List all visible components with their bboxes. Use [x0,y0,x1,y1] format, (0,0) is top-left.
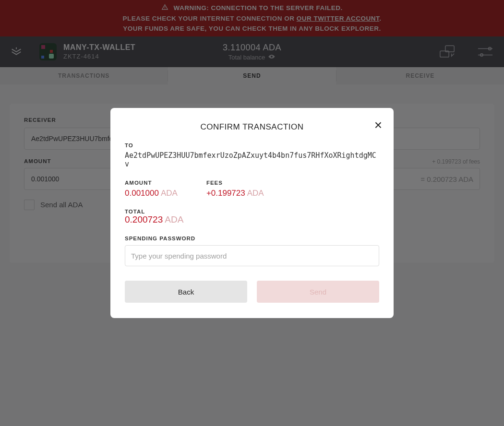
to-address: Ae2tdPwUPEZ3HUU7bmfexrUzoZpAZxuyt4b4bn7f… [125,151,379,168]
modal-amount-label: AMOUNT [125,180,178,186]
modal-total-label: TOTAL [125,209,379,214]
spending-password-input[interactable] [125,245,379,266]
modal-amount-value: 0.001000 [125,189,159,198]
close-icon[interactable]: × [374,118,382,132]
spending-password-label: SPENDING PASSWORD [125,236,379,241]
modal-fees-value: +0.199723 [206,189,245,198]
modal-overlay: CONFIRM TRANSACTION × TO Ae2tdPwUPEZ3HUU… [0,0,504,426]
modal-fees-currency: ADA [247,189,264,198]
send-button[interactable]: Send [257,281,379,303]
to-label: TO [125,142,379,148]
back-button[interactable]: Back [125,281,247,303]
confirm-transaction-modal: CONFIRM TRANSACTION × TO Ae2tdPwUPEZ3HUU… [110,108,394,318]
modal-amount-currency: ADA [161,189,178,198]
modal-total-value: 0.200723 [125,214,163,225]
modal-total-currency: ADA [165,214,183,225]
modal-fees-label: FEES [206,180,264,186]
modal-title: CONFIRM TRANSACTION [125,122,379,132]
